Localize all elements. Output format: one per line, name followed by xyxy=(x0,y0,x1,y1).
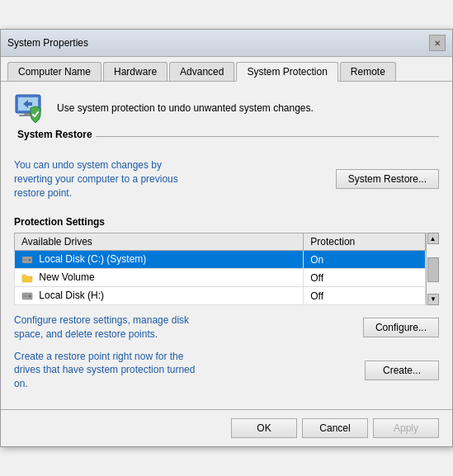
close-button[interactable]: ✕ xyxy=(429,35,446,51)
system-restore-title: System Restore xyxy=(14,129,96,140)
system-restore-button[interactable]: System Restore... xyxy=(336,169,439,189)
table-row[interactable]: New Volume Off xyxy=(15,269,426,287)
drive-name-new: New Volume xyxy=(15,269,304,287)
tab-hardware[interactable]: Hardware xyxy=(103,62,168,81)
create-section: Create a restore point right now for the… xyxy=(14,350,439,391)
shield-restore-icon xyxy=(14,92,47,125)
create-description: Create a restore point right now for the… xyxy=(14,350,196,391)
footer: OK Cancel Apply xyxy=(1,409,452,446)
svg-point-5 xyxy=(29,259,31,262)
system-restore-body: You can undo system changes by reverting… xyxy=(14,155,439,206)
tab-content: Use system protection to undo unwanted s… xyxy=(1,82,452,409)
restore-description: You can undo system changes by reverting… xyxy=(14,158,196,200)
header-section: Use system protection to undo unwanted s… xyxy=(14,92,439,125)
tab-bar: Computer Name Hardware Advanced System P… xyxy=(1,57,452,82)
hdd-icon xyxy=(21,290,33,302)
hdd-icon xyxy=(21,254,33,266)
table-row[interactable]: Local Disk (C:) (System) On xyxy=(15,251,426,269)
apply-button[interactable]: Apply xyxy=(373,418,439,438)
folder-icon xyxy=(21,272,33,284)
configure-description: Configure restore settings, manage disk … xyxy=(14,313,196,342)
svg-point-8 xyxy=(29,295,31,297)
scrollbar-thumb[interactable] xyxy=(427,257,439,282)
configure-section: Configure restore settings, manage disk … xyxy=(14,313,439,342)
protection-new: Off xyxy=(304,269,426,287)
drives-table-wrapper: Available Drives Protection xyxy=(14,233,439,304)
table-scrollbar[interactable]: ▲ ▼ xyxy=(426,233,439,304)
title-bar: System Properties ✕ xyxy=(1,30,452,57)
protection-c: On xyxy=(304,251,426,269)
col-protection: Protection xyxy=(304,233,426,251)
table-row[interactable]: Local Disk (H:) Off xyxy=(15,287,426,305)
header-description: Use system protection to undo unwanted s… xyxy=(57,102,314,114)
col-drives: Available Drives xyxy=(15,233,304,251)
system-restore-section: System Restore You can undo system chang… xyxy=(14,136,439,206)
drives-table: Available Drives Protection xyxy=(14,233,426,304)
ok-button[interactable]: OK xyxy=(231,418,297,438)
tab-advanced[interactable]: Advanced xyxy=(169,62,234,81)
tab-computer-name[interactable]: Computer Name xyxy=(7,62,101,81)
protection-settings-title: Protection Settings xyxy=(14,216,439,228)
configure-button[interactable]: Configure... xyxy=(363,318,439,337)
protection-settings-section: Protection Settings Available Drives Pro… xyxy=(14,216,439,304)
tab-remote[interactable]: Remote xyxy=(340,62,396,81)
drive-name-c: Local Disk (C:) (System) xyxy=(15,251,304,269)
tab-system-protection[interactable]: System Protection xyxy=(236,62,337,82)
cancel-button[interactable]: Cancel xyxy=(302,418,368,438)
drive-name-h: Local Disk (H:) xyxy=(15,287,304,305)
system-properties-window: System Properties ✕ Computer Name Hardwa… xyxy=(0,29,453,447)
create-button[interactable]: Create... xyxy=(365,361,439,380)
window-title: System Properties xyxy=(7,37,88,49)
protection-h: Off xyxy=(304,287,426,305)
